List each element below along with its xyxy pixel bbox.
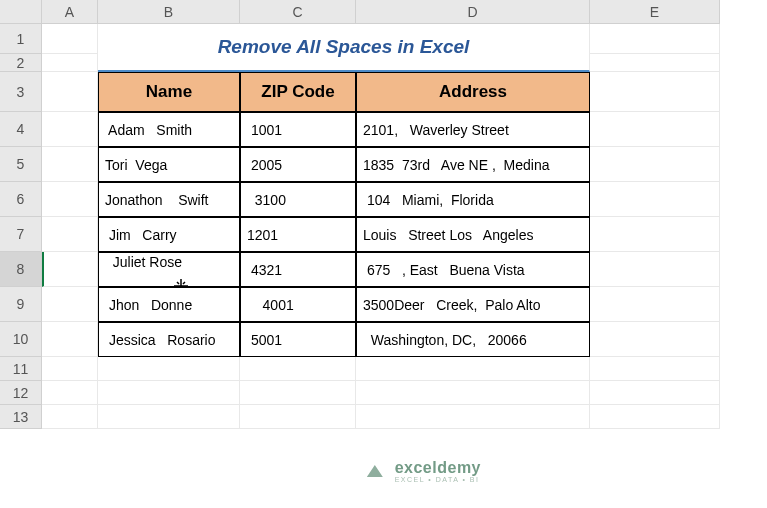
cell-e5[interactable] <box>590 147 720 182</box>
cell-address-0[interactable]: 2101, Waverley Street <box>356 112 590 147</box>
cell-zip-5[interactable]: 4001 <box>240 287 356 322</box>
row-header-13[interactable]: 13 <box>0 405 42 429</box>
cell-address-3[interactable]: Louis Street Los Angeles <box>356 217 590 252</box>
cell-zip-4[interactable]: 4321 <box>240 252 356 287</box>
cell-d12[interactable] <box>356 381 590 405</box>
cell-e12[interactable] <box>590 381 720 405</box>
cell-d13[interactable] <box>356 405 590 429</box>
cell-e3[interactable] <box>590 72 720 112</box>
cell-address-1[interactable]: 1835 73rd Ave NE , Medina <box>356 147 590 182</box>
header-address[interactable]: Address <box>356 72 590 112</box>
row-header-7[interactable]: 7 <box>0 217 42 252</box>
row-header-6[interactable]: 6 <box>0 182 42 217</box>
cell-a7[interactable] <box>42 217 98 252</box>
cell-e7[interactable] <box>590 217 720 252</box>
cell-c13[interactable] <box>240 405 356 429</box>
col-header-a[interactable]: A <box>42 0 98 24</box>
cell-name-0[interactable]: Adam Smith <box>98 112 240 147</box>
cell-e1[interactable] <box>590 24 720 54</box>
cell-e4[interactable] <box>590 112 720 147</box>
row-header-12[interactable]: 12 <box>0 381 42 405</box>
row-header-10[interactable]: 10 <box>0 322 42 357</box>
cell-b11[interactable] <box>98 357 240 381</box>
row-header-5[interactable]: 5 <box>0 147 42 182</box>
row-header-1[interactable]: 1 <box>0 24 42 54</box>
cell-address-6[interactable]: Washington, DC, 20066 <box>356 322 590 357</box>
cell-e11[interactable] <box>590 357 720 381</box>
cell-a3[interactable] <box>42 72 98 112</box>
cell-name-4[interactable]: Juliet Rose <box>98 252 240 287</box>
cell-a2[interactable] <box>42 54 98 72</box>
cell-zip-3[interactable]: 1201 <box>240 217 356 252</box>
cell-a1[interactable] <box>42 24 98 54</box>
cell-name-5[interactable]: Jhon Donne <box>98 287 240 322</box>
cell-b13[interactable] <box>98 405 240 429</box>
cell-a4[interactable] <box>42 112 98 147</box>
cell-b12[interactable] <box>98 381 240 405</box>
cell-c11[interactable] <box>240 357 356 381</box>
cell-a9[interactable] <box>42 287 98 322</box>
watermark: exceldemy EXCEL • DATA • BI <box>363 459 481 483</box>
col-header-d[interactable]: D <box>356 0 590 24</box>
row-header-11[interactable]: 11 <box>0 357 42 381</box>
cell-e6[interactable] <box>590 182 720 217</box>
cell-e13[interactable] <box>590 405 720 429</box>
cell-address-4[interactable]: 675 , East Buena Vista <box>356 252 590 287</box>
col-header-c[interactable]: C <box>240 0 356 24</box>
spreadsheet-grid: A B C D E 1 Remove All Spaces in Excel 2… <box>0 0 767 429</box>
header-zip[interactable]: ZIP Code <box>240 72 356 112</box>
cell-address-5[interactable]: 3500Deer Creek, Palo Alto <box>356 287 590 322</box>
cell-a8[interactable] <box>42 252 98 287</box>
cell-zip-2[interactable]: 3100 <box>240 182 356 217</box>
cell-zip-6[interactable]: 5001 <box>240 322 356 357</box>
watermark-tagline: EXCEL • DATA • BI <box>395 476 481 483</box>
cursor-icon <box>149 261 167 279</box>
col-header-b[interactable]: B <box>98 0 240 24</box>
cell-e8[interactable] <box>590 252 720 287</box>
cell-name-6[interactable]: Jessica Rosario <box>98 322 240 357</box>
col-header-e[interactable]: E <box>590 0 720 24</box>
cell-e9[interactable] <box>590 287 720 322</box>
row-header-3[interactable]: 3 <box>0 72 42 112</box>
cell-a11[interactable] <box>42 357 98 381</box>
cell-a10[interactable] <box>42 322 98 357</box>
cell-name-3[interactable]: Jim Carry <box>98 217 240 252</box>
exceldemy-logo-icon <box>363 459 387 483</box>
cell-e2[interactable] <box>590 54 720 72</box>
cell-name-2[interactable]: Jonathon Swift <box>98 182 240 217</box>
cell-e10[interactable] <box>590 322 720 357</box>
row-header-2[interactable]: 2 <box>0 54 42 72</box>
row-header-4[interactable]: 4 <box>0 112 42 147</box>
cell-zip-0[interactable]: 1001 <box>240 112 356 147</box>
cell-c12[interactable] <box>240 381 356 405</box>
cell-name-1[interactable]: Tori Vega <box>98 147 240 182</box>
title-cell[interactable]: Remove All Spaces in Excel <box>98 24 590 72</box>
header-name[interactable]: Name <box>98 72 240 112</box>
cell-d11[interactable] <box>356 357 590 381</box>
cell-a5[interactable] <box>42 147 98 182</box>
cell-a12[interactable] <box>42 381 98 405</box>
cell-address-2[interactable]: 104 Miami, Florida <box>356 182 590 217</box>
cell-zip-1[interactable]: 2005 <box>240 147 356 182</box>
watermark-brand: exceldemy <box>395 460 481 476</box>
row-header-8[interactable]: 8 <box>0 252 42 287</box>
row-header-9[interactable]: 9 <box>0 287 42 322</box>
cell-a6[interactable] <box>42 182 98 217</box>
cell-a13[interactable] <box>42 405 98 429</box>
select-all-corner[interactable] <box>0 0 42 24</box>
